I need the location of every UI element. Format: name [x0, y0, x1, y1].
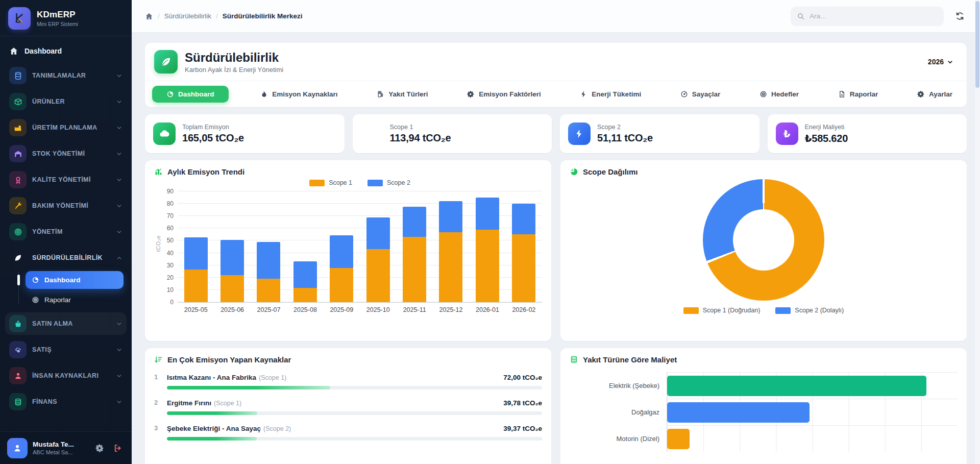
- source-value: 39,37 tCO₂e: [503, 425, 542, 432]
- settings-gear-icon[interactable]: [93, 442, 106, 455]
- pie-chart-icon: [570, 167, 578, 176]
- breadcrumb: / Sürdürülebilirlik / Sürdürülebilirlik …: [145, 12, 303, 20]
- submenu-item-dashboard[interactable]: Dashboard: [26, 271, 124, 289]
- logout-icon[interactable]: [111, 442, 125, 455]
- person-icon: [9, 367, 27, 384]
- sidebar-item-tanimlamalar[interactable]: TANIMLAMALAR: [5, 64, 127, 87]
- sidebar-item-dashboard[interactable]: Dashboard: [5, 41, 127, 61]
- monthly-emission-card: Aylık Emisyon Trendi tCO₂e Scope 1Scope …: [145, 160, 551, 341]
- source-progress-track: [167, 437, 542, 441]
- sidebar-item-urunler[interactable]: ÜRÜNLER: [5, 90, 127, 113]
- stat-label: Enerji Maliyeti: [805, 124, 848, 131]
- chevron-down-icon: [116, 99, 122, 105]
- bar-segment-scope1[interactable]: [476, 230, 499, 302]
- box-icon: [9, 93, 27, 110]
- bar-segment-scope2[interactable]: [512, 204, 535, 234]
- sustainability-leaf-icon: [154, 50, 178, 74]
- tab-emisyon-kaynaklari[interactable]: Emisyon Kaynakları: [253, 86, 345, 103]
- bar-segment-scope1[interactable]: [293, 288, 317, 302]
- donut-chart[interactable]: [703, 179, 824, 301]
- sidebar-item-insan-kaynaklari[interactable]: İNSAN KAYNAKLARI: [5, 364, 127, 387]
- charts-row: Aylık Emisyon Trendi tCO₂e Scope 1Scope …: [145, 160, 967, 341]
- home-icon[interactable]: [145, 12, 153, 20]
- chart-title: Aylık Emisyon Trendi: [167, 167, 244, 176]
- chevron-down-icon: [947, 59, 953, 65]
- sidebar-item-surdurulebilirlik[interactable]: SÜRDÜRÜLEBİLİRLİK: [5, 247, 127, 269]
- bar-segment-scope1[interactable]: [439, 232, 462, 302]
- gauge-icon: [680, 90, 688, 98]
- tab-yakit-turleri[interactable]: Yakıt Türleri: [370, 86, 435, 103]
- source-scope: (Scope 2): [263, 425, 291, 432]
- sidebar-item-label: FİNANS: [32, 398, 110, 405]
- tab-raporlar[interactable]: Raporlar: [831, 86, 886, 103]
- refresh-icon[interactable]: [953, 9, 967, 23]
- stat-card-toplam-emisyon: Toplam Emisyon 165,05 tCO₂e: [145, 114, 345, 153]
- sidebar-item-yonetim[interactable]: YÖNETİM: [5, 221, 127, 243]
- tab-dashboard[interactable]: Dashboard: [152, 86, 229, 103]
- tab-label: Emisyon Kaynakları: [272, 90, 337, 98]
- sidebar-item-label: ÜRETİM PLANLAMA: [32, 124, 110, 131]
- x-tick-label: 2025-10: [360, 306, 396, 313]
- tab-hedefler[interactable]: Hedefler: [752, 86, 806, 103]
- bar-segment-scope2[interactable]: [439, 201, 462, 232]
- fuel-bar[interactable]: [667, 429, 690, 449]
- basket-icon: [9, 315, 27, 332]
- search-input[interactable]: [810, 12, 938, 20]
- bar-segment-scope1[interactable]: [330, 268, 353, 303]
- bar-segment-scope2[interactable]: [476, 198, 499, 230]
- sidebar-item-uretim-planlama[interactable]: ÜRETİM PLANLAMA: [5, 116, 127, 139]
- bar-segment-scope1[interactable]: [220, 275, 244, 302]
- y-tick-label: 40: [155, 250, 174, 257]
- flame-icon: [260, 90, 268, 98]
- tab-enerji-tuketimi[interactable]: Enerji Tüketimi: [573, 86, 648, 103]
- sidebar-item-kalite-yonetimi[interactable]: KALİTE YÖNETİMİ: [5, 168, 127, 191]
- database-icon: [9, 67, 27, 84]
- breadcrumb-link[interactable]: Sürdürülebilirlik: [164, 12, 211, 20]
- bar-segment-scope1[interactable]: [403, 237, 426, 302]
- bar-segment-scope2[interactable]: [366, 217, 390, 250]
- bar-segment-scope1[interactable]: [257, 279, 280, 302]
- sidebar-item-label: ÜRÜNLER: [32, 98, 110, 105]
- source-progress-track: [167, 411, 542, 415]
- sidebar-item-stok-yonetimi[interactable]: STOK YÖNETİMİ: [5, 142, 127, 165]
- y-tick-label: 0: [155, 299, 174, 306]
- fuel-category-label: Motorin (Dizel): [570, 435, 667, 443]
- chevron-down-icon: [116, 373, 122, 379]
- chevron-down-icon: [116, 177, 122, 183]
- fuel-row: Elektrik (Şebeke): [570, 372, 958, 399]
- stat-value: 51,11 tCO₂e: [597, 132, 653, 144]
- user-avatar: [7, 438, 28, 458]
- tab-ayarlar[interactable]: Ayarlar: [910, 86, 960, 103]
- sidebar: KDmERP Mini ERP Sistemi Dashboard TANIML…: [0, 0, 132, 464]
- scrollbar-thumb[interactable]: [975, 1, 979, 88]
- bar-segment-scope1[interactable]: [366, 249, 390, 302]
- fuel-bar[interactable]: [667, 376, 926, 396]
- fuel-row: Doğalgaz: [570, 399, 958, 425]
- bar-segment-scope2[interactable]: [403, 207, 426, 237]
- scope-distribution-card: Scope Dağılımı Scope 1 (Doğrudan)Scope 2…: [560, 160, 967, 341]
- year-select[interactable]: 2026: [924, 55, 958, 69]
- bar-segment-scope2[interactable]: [220, 240, 244, 275]
- sidebar-item-label: TANIMLAMALAR: [32, 72, 110, 79]
- tab-label: Dashboard: [178, 90, 214, 98]
- tab-sayaclar[interactable]: Sayaçlar: [673, 86, 728, 103]
- x-tick-label: 2026-02: [506, 306, 542, 313]
- bar-segment-scope1[interactable]: [512, 234, 535, 302]
- bar-segment-scope2[interactable]: [184, 237, 208, 270]
- lira-icon: ₺: [776, 123, 798, 145]
- tab-emisyon-faktorleri[interactable]: Emisyon Faktörleri: [460, 86, 548, 103]
- fuel-bar[interactable]: [667, 402, 810, 423]
- bar-segment-scope2[interactable]: [330, 235, 353, 268]
- sidebar-item-satin-alma[interactable]: SATIN ALMA: [5, 312, 127, 335]
- sidebar-item-satis[interactable]: SATIŞ: [5, 338, 127, 361]
- bar-segment-scope1[interactable]: [184, 270, 208, 302]
- lightning-icon: [568, 123, 591, 145]
- sidebar-item-finans[interactable]: FİNANS: [5, 390, 127, 413]
- search-box[interactable]: [791, 7, 944, 26]
- sidebar-item-bakim-yonetimi[interactable]: BAKIM YÖNETİMİ: [5, 194, 127, 217]
- bar-segment-scope2[interactable]: [293, 261, 317, 288]
- y-tick-label: 90: [155, 188, 174, 195]
- bar-segment-scope2[interactable]: [257, 242, 280, 279]
- source-progress-fill: [167, 386, 330, 389]
- submenu-item-raporlar[interactable]: Raporlar: [26, 291, 124, 309]
